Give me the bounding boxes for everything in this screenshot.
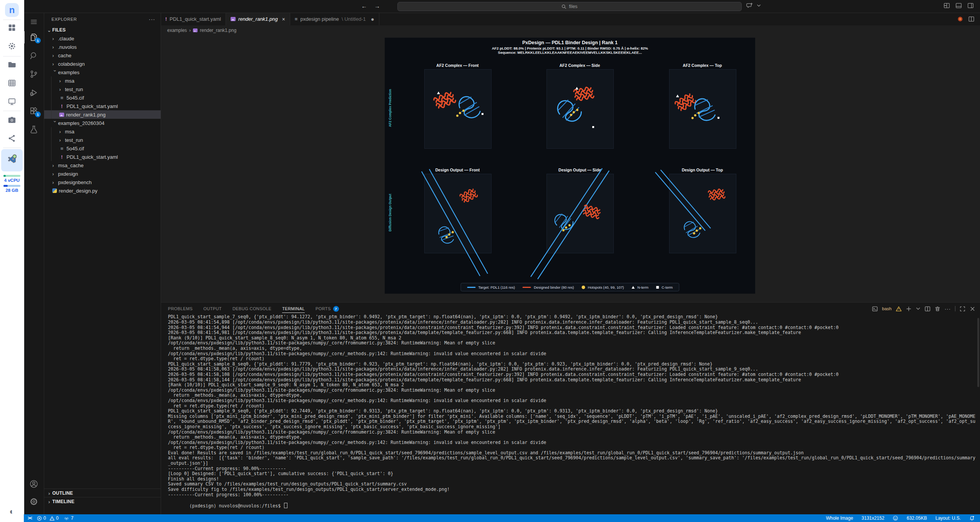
problems-status[interactable]: 0 0: [37, 515, 58, 521]
tab-output[interactable]: OUTPUT: [203, 303, 222, 315]
tab-pdl1-quick-start-yaml[interactable]: ! PDL1_quick_start.yaml: [161, 13, 226, 25]
image-zoom-mode[interactable]: Whole Image: [826, 515, 853, 521]
camera-icon[interactable]: [7, 115, 17, 125]
terminal-scrollbar[interactable]: [977, 318, 979, 387]
tab-label: render_rank1.png: [238, 16, 278, 22]
breadcrumb-folder[interactable]: examples: [167, 28, 187, 33]
tree-item[interactable]: › 5o45.cif: [44, 93, 161, 102]
gear-icon[interactable]: [7, 42, 17, 51]
warning-count: 0: [56, 515, 59, 521]
share-icon[interactable]: [7, 134, 17, 143]
close-panel-icon[interactable]: [970, 306, 975, 312]
outline-section-label: OUTLINE: [52, 490, 73, 496]
tree-item[interactable]: › colabdesign: [44, 60, 161, 68]
timeline-section-label: TIMELINE: [52, 499, 75, 504]
customize-layout-icon[interactable]: [943, 2, 950, 9]
vscode-app-icon[interactable]: [7, 155, 17, 164]
tab-debug-console[interactable]: DEBUG CONSOLE: [233, 303, 271, 315]
extensions-view-icon[interactable]: 1: [24, 103, 44, 119]
back-arrow-icon[interactable]: ←: [361, 3, 367, 9]
chevron-down-icon: ⌄: [46, 27, 52, 33]
tree-item[interactable]: › test_run: [44, 85, 161, 93]
tree-item[interactable]: › msa_cache: [44, 161, 161, 170]
panel-more-actions-icon[interactable]: ···: [945, 306, 951, 312]
tree-item[interactable]: › msa: [44, 127, 161, 136]
menu-hamburger-icon[interactable]: [24, 14, 44, 30]
monitor-icon[interactable]: [7, 97, 17, 106]
tree-item[interactable]: › .nuvolos: [44, 43, 161, 51]
dirty-dot-icon[interactable]: ●: [371, 16, 374, 22]
tab-ports[interactable]: PORTS 7: [316, 303, 339, 315]
files-section-header[interactable]: ⌄ FILES: [44, 26, 161, 34]
accounts-icon[interactable]: [24, 476, 44, 492]
nuvolos-logo[interactable]: n: [5, 3, 19, 17]
feedback-smiley-icon[interactable]: [893, 515, 898, 521]
chevron-down-icon[interactable]: [757, 3, 761, 8]
terminal-prompt-line[interactable]: (pxdesign) nuvolos@nuvolos:/files$: [168, 497, 977, 514]
tree-item[interactable]: › msa: [44, 76, 161, 85]
toggle-panel-icon[interactable]: [955, 2, 962, 9]
split-editor-icon[interactable]: [968, 16, 975, 22]
tree-item[interactable]: › 5o45.cif: [44, 144, 161, 153]
chevron-icon: ›: [52, 53, 58, 58]
outline-section-header[interactable]: › OUTLINE: [44, 489, 161, 497]
toggle-secondary-sidebar-icon[interactable]: [967, 2, 974, 9]
terminal-line: /opt/conda/envs/pxdesign/lib/python3.11/…: [168, 341, 977, 346]
image-dimensions[interactable]: 3131x2152: [862, 515, 884, 521]
theme-toggle-icon[interactable]: ◐: [9, 507, 14, 517]
tab-problems[interactable]: PROBLEMS: [168, 303, 193, 315]
views-more-actions-icon[interactable]: ···: [149, 16, 155, 22]
terminal-output[interactable]: ret = ret.dtype.type(ret / rcount)PDL1_q…: [168, 315, 977, 514]
source-control-icon[interactable]: [24, 66, 44, 82]
keyboard-layout[interactable]: Layout: U.S.: [935, 515, 961, 521]
remote-indicator-icon[interactable]: ><: [28, 515, 32, 521]
split-terminal-icon[interactable]: [925, 306, 930, 312]
tree-item[interactable]: › test_run: [44, 136, 161, 144]
image-preview-icon[interactable]: [957, 16, 963, 22]
shell-name[interactable]: bash: [882, 306, 892, 311]
image-filesize[interactable]: 632.05KB: [907, 515, 927, 521]
tab-render-rank1-png[interactable]: render_rank1.png ×: [226, 13, 290, 25]
tree-item[interactable]: › PDL1_quick_start.yaml: [44, 102, 161, 110]
tree-item[interactable]: › .claude: [44, 34, 161, 43]
tree-item[interactable]: › examples_20260304: [44, 119, 161, 127]
kill-terminal-trash-icon[interactable]: [935, 306, 940, 312]
settings-gear-icon[interactable]: [24, 494, 44, 509]
forwarded-ports-status[interactable]: 7: [64, 515, 73, 521]
tree-item[interactable]: › examples: [44, 68, 161, 76]
launch-profile-chevron-icon[interactable]: [916, 306, 920, 311]
notifications-bell-icon[interactable]: [969, 515, 975, 521]
tree-item[interactable]: › pxdesign: [44, 170, 161, 178]
timeline-section-header[interactable]: › TIMELINE: [44, 497, 161, 506]
search-view-icon[interactable]: [24, 48, 44, 63]
cpu-meter: [3, 175, 20, 177]
terminal-line: [Rank (10/10)] PDL1_quick_start_sample_9…: [168, 382, 977, 388]
breadcrumb[interactable]: examples › render_rank1.png: [161, 25, 980, 35]
tree-item[interactable]: › cache: [44, 51, 161, 60]
apps-grid-icon[interactable]: [7, 23, 17, 32]
table-icon[interactable]: [7, 78, 17, 88]
close-icon[interactable]: ×: [282, 16, 285, 22]
tree-item[interactable]: › pxdesignbench: [44, 178, 161, 186]
command-center-search[interactable]: files: [397, 2, 742, 11]
breadcrumb-file[interactable]: render_rank1.png: [200, 28, 236, 33]
tree-item[interactable]: › render_rank1.png: [44, 110, 161, 119]
tab-terminal[interactable]: TERMINAL: [282, 303, 305, 315]
panel-header: PROBLEMS OUTPUT DEBUG CONSOLE TERMINAL P…: [161, 303, 980, 315]
testing-beaker-icon[interactable]: [24, 122, 44, 137]
maximize-panel-icon[interactable]: [960, 306, 965, 312]
chat-add-icon[interactable]: [746, 2, 753, 9]
new-terminal-icon[interactable]: [906, 306, 912, 312]
legend-key-icon: [581, 286, 585, 289]
title-bar: ← → files: [24, 0, 980, 13]
terminal-line: PDL1_quick_start_sample_9_seq0, {'ptx_pl…: [168, 409, 977, 414]
tree-item[interactable]: › PDL1_quick_start.yaml: [44, 153, 161, 161]
forward-arrow-icon[interactable]: →: [374, 3, 380, 9]
explorer-view-icon[interactable]: 1: [24, 30, 44, 45]
terminal-line: ----------Current progress: 100.00%-----…: [168, 492, 977, 498]
folder-icon[interactable]: [7, 60, 17, 69]
run-debug-icon[interactable]: [24, 85, 44, 100]
tab-pxdesign-pipeline[interactable]: ≡ pxdesign pipeline \ Untitled-1 ●: [290, 13, 379, 25]
terminal-line: Missing columns ['ptx_mini_iptm_binder',…: [168, 414, 977, 430]
tree-item[interactable]: › render_design.py: [44, 186, 161, 195]
